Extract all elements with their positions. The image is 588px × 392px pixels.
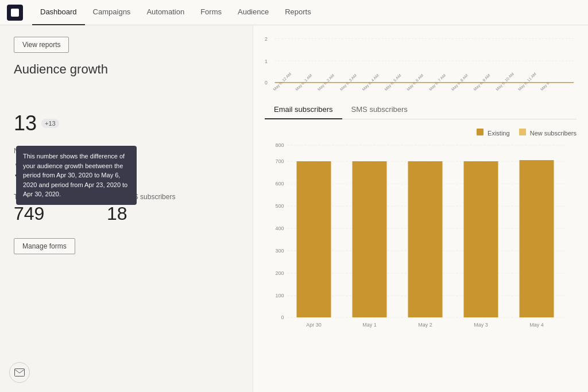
tab-email-subscribers[interactable]: Email subscribers bbox=[265, 100, 342, 119]
audience-growth-title: Audience growth bbox=[14, 62, 239, 77]
svg-rect-43 bbox=[15, 369, 25, 377]
svg-text:400: 400 bbox=[275, 226, 284, 231]
new-email-stat: 13 +13 bbox=[14, 111, 239, 135]
svg-text:May 3: May 3 bbox=[474, 322, 488, 328]
nav-item-automation[interactable]: Automation bbox=[138, 0, 192, 25]
tooltip-text: This number shows the difference of your… bbox=[23, 153, 127, 197]
svg-text:May 1: May 1 bbox=[362, 322, 377, 328]
existing-color-dot bbox=[477, 129, 483, 135]
svg-text:1: 1 bbox=[265, 59, 268, 64]
new-email-number: 13 bbox=[14, 111, 37, 135]
left-panel: View reports Audience growth This number… bbox=[0, 25, 253, 392]
app-logo bbox=[7, 5, 23, 21]
manage-forms-button[interactable]: Manage forms bbox=[14, 238, 75, 254]
svg-text:May 6, 10 AM: May 6, 10 AM bbox=[495, 72, 515, 92]
envelope-icon bbox=[14, 368, 25, 377]
svg-text:May 4: May 4 bbox=[529, 322, 544, 328]
line-chart-svg: 2 1 0 May 6, 12 AM May 6, 1 AM May 6, 2 … bbox=[265, 30, 577, 93]
bar-chart-wrapper: 0 100 200 300 400 500 600 700 800 bbox=[265, 141, 577, 338]
svg-text:200: 200 bbox=[275, 270, 284, 276]
top-line-chart: 2 1 0 May 6, 12 AM May 6, 1 AM May 6, 2 … bbox=[265, 25, 577, 95]
tab-sms-subscribers[interactable]: SMS subscribers bbox=[342, 100, 417, 119]
nav-item-forms[interactable]: Forms bbox=[192, 0, 230, 25]
svg-text:May 2: May 2 bbox=[418, 322, 432, 328]
svg-text:800: 800 bbox=[275, 142, 284, 148]
total-email-value: 749 bbox=[14, 203, 84, 224]
bar-may1 bbox=[353, 161, 387, 317]
svg-text:300: 300 bbox=[275, 248, 284, 254]
new-color-dot bbox=[519, 129, 526, 135]
right-panel: 2 1 0 May 6, 12 AM May 6, 1 AM May 6, 2 … bbox=[253, 25, 588, 392]
manage-forms-section: Manage forms bbox=[14, 238, 239, 254]
svg-text:100: 100 bbox=[275, 293, 284, 298]
tooltip-box: This number shows the difference of your… bbox=[16, 146, 137, 205]
svg-text:May 6, 12 AM: May 6, 12 AM bbox=[272, 72, 292, 92]
svg-text:500: 500 bbox=[275, 203, 284, 209]
chart-legend: Existing New subscribers bbox=[265, 129, 577, 137]
view-reports-button[interactable]: View reports bbox=[14, 37, 69, 53]
new-email-badge: +13 bbox=[41, 119, 59, 128]
svg-text:Apr 30: Apr 30 bbox=[306, 322, 322, 328]
new-label: New subscribers bbox=[530, 130, 577, 137]
bar-may3 bbox=[464, 161, 498, 317]
audience-growth-section: Audience growth This number shows the di… bbox=[14, 62, 239, 254]
bar-chart-svg: 0 100 200 300 400 500 600 700 800 bbox=[265, 141, 577, 336]
bar-may2 bbox=[408, 161, 443, 317]
new-email-value-row: 13 +13 bbox=[14, 111, 239, 135]
top-navigation: Dashboard Campaigns Automation Forms Aud… bbox=[0, 0, 588, 25]
legend-existing: Existing bbox=[477, 129, 510, 137]
svg-text:2: 2 bbox=[265, 36, 268, 42]
svg-text:600: 600 bbox=[275, 181, 284, 187]
svg-text:May 6, 11 AM: May 6, 11 AM bbox=[517, 72, 537, 92]
existing-label: Existing bbox=[488, 130, 510, 137]
nav-item-dashboard[interactable]: Dashboard bbox=[32, 0, 85, 25]
nav-item-campaigns[interactable]: Campaigns bbox=[85, 0, 139, 25]
legend-new: New subscribers bbox=[519, 129, 577, 137]
total-sms-value: 18 bbox=[107, 203, 175, 224]
envelope-icon-button[interactable] bbox=[9, 362, 30, 383]
svg-text:700: 700 bbox=[275, 158, 284, 164]
bar-may4 bbox=[520, 160, 554, 317]
bar-apr30 bbox=[297, 161, 331, 317]
nav-item-audience[interactable]: Audience bbox=[230, 0, 277, 25]
main-content: View reports Audience growth This number… bbox=[0, 25, 588, 392]
nav-item-reports[interactable]: Reports bbox=[277, 0, 319, 25]
subscriber-tabs: Email subscribers SMS subscribers bbox=[265, 95, 577, 119]
svg-text:0: 0 bbox=[281, 315, 284, 320]
svg-text:0: 0 bbox=[265, 80, 268, 86]
